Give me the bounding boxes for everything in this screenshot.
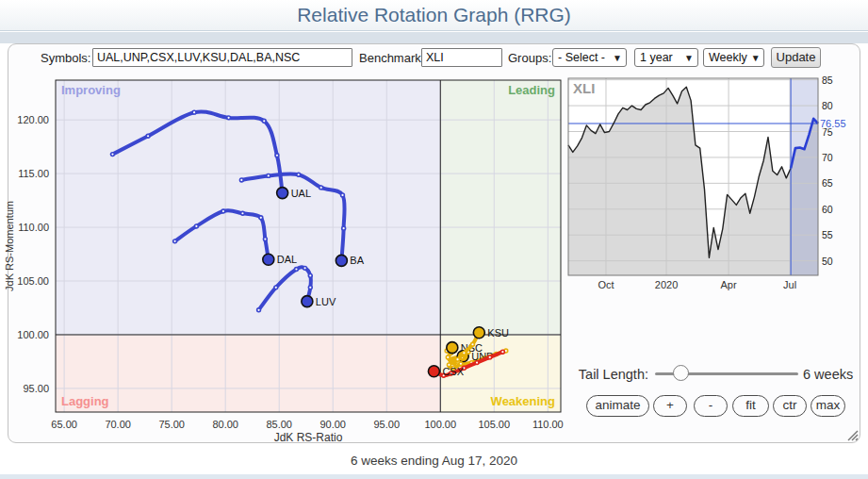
benchmark-label: Benchmark: (359, 51, 418, 65)
groups-label: Groups: (508, 51, 549, 65)
symbols-input[interactable] (92, 48, 352, 67)
svg-text:110.00: 110.00 (18, 222, 49, 233)
svg-text:Oct: Oct (598, 279, 614, 290)
svg-text:70.00: 70.00 (105, 419, 131, 430)
svg-text:50: 50 (822, 256, 833, 267)
svg-text:80: 80 (822, 100, 833, 111)
svg-text:80.00: 80.00 (212, 419, 238, 430)
max-button[interactable]: max (811, 395, 845, 417)
chart-caption: 6 weeks ending Aug 17, 2020 (0, 454, 868, 468)
tail-length-slider-thumb[interactable] (673, 365, 689, 381)
benchmark-input[interactable] (421, 48, 502, 67)
svg-text:120.00: 120.00 (17, 114, 49, 125)
svg-text:100.00: 100.00 (17, 329, 49, 340)
trail-label-UAL: UAL (291, 188, 311, 199)
page: Relative Rotation Graph (RRG) Symbols: B… (0, 0, 868, 479)
resize-handle-icon[interactable] (844, 427, 859, 441)
svg-text:55: 55 (822, 229, 833, 240)
header: Relative Rotation Graph (RRG) (0, 0, 868, 31)
svg-text:70: 70 (822, 152, 833, 163)
svg-text:Lagging: Lagging (61, 394, 109, 408)
trail-head-KSU[interactable] (473, 327, 484, 339)
svg-text:Weakening: Weakening (491, 394, 555, 408)
svg-text:JdK RS-Momentum: JdK RS-Momentum (4, 201, 15, 291)
trail-head-BA[interactable] (336, 255, 347, 266)
svg-text:95.00: 95.00 (23, 383, 49, 394)
svg-text:Jul: Jul (783, 279, 796, 290)
svg-text:65.00: 65.00 (51, 419, 77, 430)
svg-text:90.00: 90.00 (319, 419, 346, 430)
svg-text:Apr: Apr (721, 279, 737, 290)
tail-length-label: Tail Length: (564, 367, 648, 382)
svg-text:85.00: 85.00 (266, 419, 292, 430)
symbols-label: Symbols: (41, 51, 90, 65)
trail-head-UAL[interactable] (277, 188, 288, 199)
zoom-out-button[interactable]: - (694, 395, 728, 417)
center-button[interactable]: ctr (773, 395, 807, 417)
trail-head-DAL[interactable] (263, 254, 274, 265)
groups-select-value: - Select - (558, 51, 605, 64)
svg-text:100.00: 100.00 (424, 419, 456, 430)
xli-last-price-label: 76.55 (820, 118, 846, 129)
svg-text:110.00: 110.00 (532, 419, 564, 430)
svg-text:Improving: Improving (61, 83, 121, 97)
page-title: Relative Rotation Graph (RRG) (0, 0, 868, 30)
rrg-chart: 65.0070.0075.0080.0085.0090.0095.00100.0… (0, 74, 565, 449)
chevron-down-icon: ▼ (684, 53, 694, 63)
period-select[interactable]: 1 year ▼ (634, 48, 698, 67)
groups-select[interactable]: - Select - ▼ (552, 48, 627, 67)
svg-text:75.00: 75.00 (158, 419, 185, 430)
trail-label-BA: BA (350, 255, 364, 266)
footer-strip (0, 474, 868, 479)
zoom-in-button[interactable]: + (653, 395, 687, 417)
trail-head-NSC[interactable] (447, 342, 458, 354)
frequency-select-value: Weekly (709, 51, 747, 64)
svg-text:105.00: 105.00 (478, 419, 510, 430)
svg-text:Leading: Leading (508, 83, 555, 97)
svg-text:115.00: 115.00 (18, 168, 49, 179)
svg-text:60: 60 (822, 204, 833, 215)
fit-button[interactable]: fit (732, 395, 769, 417)
svg-text:65: 65 (822, 177, 833, 189)
chevron-down-icon: ▼ (751, 53, 761, 63)
trail-label-KSU: KSU (487, 327, 509, 339)
svg-text:85: 85 (822, 74, 833, 86)
header-divider-strip (0, 32, 868, 43)
animate-button[interactable]: animate (586, 395, 649, 417)
benchmark-price-chart: 5055606570758085Oct2020AprJulXLI76.55 (561, 74, 868, 295)
trail-label-DAL: DAL (277, 254, 297, 265)
trail-head-CSX[interactable] (428, 366, 439, 377)
chevron-down-icon: ▼ (613, 53, 622, 63)
update-button[interactable]: Update (771, 47, 821, 68)
tail-length-value: 6 weeks (803, 367, 853, 382)
trail-label-CSX: CSX (442, 366, 464, 377)
svg-text:JdK RS-Ratio: JdK RS-Ratio (274, 431, 343, 444)
frequency-select[interactable]: Weekly ▼ (703, 48, 764, 67)
svg-text:2020: 2020 (655, 279, 678, 290)
xli-title: XLI (573, 80, 595, 96)
svg-text:95.00: 95.00 (373, 419, 400, 430)
svg-text:105.00: 105.00 (17, 275, 49, 287)
trail-label-LUV: LUV (316, 296, 336, 307)
trail-head-LUV[interactable] (302, 296, 313, 307)
period-select-value: 1 year (640, 51, 673, 64)
